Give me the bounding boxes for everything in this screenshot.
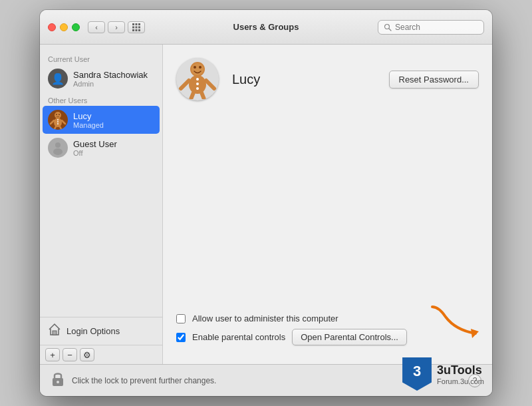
content-area: Current User 👤 Sandra Stachowiak Admin O… [40,45,492,364]
watermark-url: Forum.3u.com [437,377,484,385]
svg-line-31 [206,81,214,89]
watermark-title: 3uTools [437,363,484,377]
parental-checkbox[interactable] [176,333,186,342]
login-options-label: Login Options [66,326,120,336]
svg-line-32 [191,93,194,99]
svg-point-20 [57,121,59,122]
svg-line-16 [60,126,61,129]
guest-sub: Off [73,149,154,157]
parental-label: Enable parental controls [192,332,285,342]
sidebar-item-guest[interactable]: Guest User Off [40,134,162,162]
svg-point-34 [196,78,199,81]
watermark-badge: 3 [402,357,432,391]
lock-icon[interactable] [51,371,65,390]
svg-point-27 [194,66,196,69]
close-button[interactable] [48,23,56,31]
sidebar-item-current-user[interactable]: 👤 Sandra Stachowiak Admin [40,65,162,93]
maximize-button[interactable] [72,23,80,31]
administer-label: Allow user to administer this computer [192,313,338,323]
svg-point-28 [199,66,201,69]
svg-point-26 [192,63,203,75]
guest-name: Guest User [73,139,154,149]
svg-line-14 [62,120,65,124]
svg-point-17 [56,114,57,115]
svg-rect-0 [132,23,134,25]
back-button[interactable]: ‹ [88,21,105,33]
add-user-button[interactable]: + [45,348,60,361]
open-parental-button[interactable]: Open Parental Controls... [292,329,407,345]
minimize-button[interactable] [60,23,68,31]
svg-rect-5 [138,26,140,28]
guest-avatar [48,138,68,158]
administer-checkbox[interactable] [176,314,186,323]
svg-rect-3 [132,26,134,28]
main-panel: Lucy Reset Password... Allow user to adm… [163,45,492,364]
svg-line-33 [201,93,204,99]
login-options-item[interactable]: Login Options [40,317,162,345]
current-user-avatar: 👤 [48,69,68,89]
administer-row: Allow user to administer this computer [176,313,479,323]
svg-point-23 [53,148,63,155]
lucy-avatar [48,110,68,130]
svg-point-9 [385,24,390,29]
svg-marker-37 [471,329,479,338]
remove-user-button[interactable]: − [63,348,77,361]
main-window: ‹ › Users & Groups [40,10,492,396]
sidebar-toolbar: + − ⚙ [40,345,162,364]
svg-point-36 [196,87,199,90]
current-user-sub: Admin [73,80,154,88]
svg-point-21 [57,123,59,124]
svg-line-15 [55,126,56,129]
lucy-name: Lucy [73,111,154,121]
current-user-name: Sandra Stachowiak [73,70,154,80]
other-users-label: Other Users [40,93,162,106]
main-user-name: Lucy [232,72,376,87]
grid-button[interactable] [128,21,145,33]
svg-rect-1 [136,23,138,25]
svg-line-30 [181,81,189,89]
svg-point-35 [196,83,199,85]
sidebar-item-lucy[interactable]: Lucy Managed [43,106,160,134]
forward-button[interactable]: › [108,21,125,33]
svg-rect-6 [132,29,134,31]
search-icon [384,23,392,31]
svg-rect-4 [136,26,138,28]
settings-button[interactable]: ⚙ [80,348,94,361]
lucy-sub: Managed [73,121,154,129]
titlebar: ‹ › Users & Groups [40,10,492,45]
svg-rect-7 [136,29,138,31]
svg-point-22 [55,142,61,148]
main-user-avatar [176,58,219,101]
search-bar[interactable] [378,20,484,35]
window-title: Users & Groups [233,22,299,32]
svg-rect-24 [53,331,57,335]
nav-buttons: ‹ › [88,21,125,33]
parental-row: Enable parental controls Open Parental C… [176,329,479,345]
house-icon [48,323,61,339]
user-header: Lucy Reset Password... [176,58,479,101]
traffic-lights [48,23,80,31]
current-user-label: Current User [40,51,162,65]
reset-password-button[interactable]: Reset Password... [389,71,479,89]
search-input[interactable] [395,23,478,32]
spacer [176,114,479,313]
watermark-number: 3 [413,363,421,380]
svg-line-13 [51,120,54,124]
svg-point-18 [59,114,60,115]
sidebar: Current User 👤 Sandra Stachowiak Admin O… [40,45,163,364]
svg-point-11 [55,112,61,118]
svg-line-10 [389,29,391,31]
svg-point-19 [57,119,59,120]
svg-rect-2 [138,23,140,25]
bottom-controls: Allow user to administer this computer E… [176,313,479,351]
svg-rect-8 [138,29,140,31]
watermark: 3 3uTools Forum.3u.com [402,357,484,391]
svg-point-39 [57,381,59,383]
